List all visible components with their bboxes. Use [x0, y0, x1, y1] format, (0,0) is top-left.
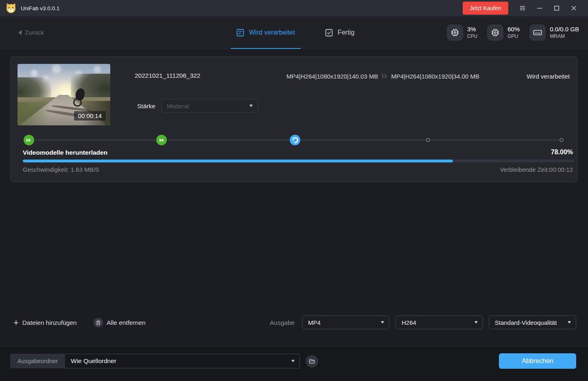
output-quality-value: Standard-Videoqualität [495, 319, 568, 326]
add-files-button[interactable]: + Dateien hinzufügen [13, 315, 77, 330]
step-node-completed [156, 135, 167, 145]
steps-track [23, 135, 574, 145]
format-row: MP4|H264|1080x1920|140.03 MB MP4|H264|10… [286, 72, 570, 80]
target-format: MP4|H264|1080x1920|34.00 MB [391, 73, 479, 80]
spinner-icon [291, 136, 299, 145]
task-card: 00:00:14 20221021_111206_322 MP4|H264|10… [10, 56, 578, 182]
gpu-stat: 60% GPU [487, 24, 520, 41]
progress-percent: 78.00% [551, 149, 573, 156]
fast-forward-icon [26, 138, 31, 142]
output-folder-value: Wie Quellordner [71, 357, 291, 365]
minimize-icon[interactable] [531, 2, 548, 15]
output-folder-dropdown[interactable]: Wie Quellordner [65, 354, 300, 368]
output-format-value: MP4 [308, 319, 381, 326]
tab-processing[interactable]: Wird verarbeitet [234, 16, 297, 49]
tab-finished-label: Fertig [338, 29, 354, 36]
output-codec-dropdown[interactable]: H264 [396, 315, 483, 329]
add-files-label: Dateien hinzufügen [22, 319, 77, 326]
cpu-chip-icon [447, 24, 463, 41]
remove-all-button[interactable]: Alle entfernen [94, 315, 146, 330]
output-codec-value: H264 [402, 319, 474, 326]
cpu-value: 3% [467, 26, 477, 33]
output-folder-combo: Ausgabeordner Wie Quellordner [10, 354, 300, 368]
remove-all-label: Alle entfernen [107, 319, 146, 326]
progress-bar [23, 160, 574, 162]
chevron-down-icon [568, 321, 571, 324]
strength-value: Moderat [167, 103, 249, 109]
chevron-down-icon [249, 105, 253, 107]
close-icon[interactable] [565, 2, 582, 15]
strength-label: Stärke [137, 103, 155, 110]
titlebar-right: Jetzt Kaufen [463, 2, 582, 15]
step-node-pending [560, 138, 564, 142]
back-arrow-icon [18, 30, 22, 35]
source-format: MP4|H264|1080x1920|140.03 MB [286, 73, 378, 80]
chevron-down-icon [291, 360, 295, 362]
chevron-down-icon [381, 321, 384, 324]
tab-processing-label: Wird verarbeitet [249, 29, 295, 36]
progress-fill [23, 160, 453, 162]
back-label: Zurück [25, 29, 44, 36]
check-square-icon [325, 29, 333, 37]
folder-icon [309, 359, 315, 364]
mram-label: MRAM [550, 33, 579, 39]
cpu-stat: 3% CPU [447, 24, 477, 41]
fast-forward-icon [159, 138, 164, 142]
step-node-active [290, 135, 300, 145]
speed-text: Geschwindigkeit: 1.63 MB/S [23, 166, 99, 173]
menu-icon[interactable] [514, 2, 531, 15]
footer-bar: Ausgabeordner Wie Quellordner Abbrechen [0, 346, 588, 381]
buy-now-button[interactable]: Jetzt Kaufen [463, 2, 508, 15]
plus-icon: + [13, 319, 19, 327]
phase-label: Videomodelle herunterladen [23, 149, 107, 156]
gpu-chip-icon [487, 24, 503, 41]
unifab-cat-logo-icon [6, 3, 16, 13]
app-title: UniFab v3.0.0.1 [21, 5, 59, 11]
cpu-label: CPU [467, 33, 477, 39]
gpu-value: 60% [507, 26, 520, 33]
gpu-label: GPU [507, 33, 520, 39]
cyclist-silhouette [72, 88, 88, 107]
nav-bar: Zurück Wird verarbeitet Fertig [0, 16, 588, 49]
video-thumbnail[interactable]: 00:00:14 [17, 64, 110, 125]
output-folder-label: Ausgabeordner [10, 354, 65, 368]
remaining-time-text: Verbleibende Zeit:00:00:12 [500, 166, 573, 173]
task-list-icon [236, 29, 244, 37]
cancel-button[interactable]: Abbrechen [499, 353, 576, 369]
resource-stats: 3% CPU [447, 16, 579, 49]
browse-folder-button[interactable] [306, 355, 318, 368]
output-quality-dropdown[interactable]: Standard-Videoqualität [489, 315, 576, 329]
titlebar: UniFab v3.0.0.1 Jetzt Kaufen [0, 0, 588, 16]
trash-icon [94, 318, 103, 327]
back-button[interactable]: Zurück [18, 16, 44, 49]
tab-bar: Wird verarbeitet Fertig [234, 16, 357, 49]
window-controls [514, 2, 582, 15]
step-node-completed [24, 135, 34, 145]
mram-stat: 0.0/0.0 GB MRAM [529, 24, 579, 41]
file-name: 20221021_111206_322 [135, 72, 201, 79]
maximize-icon[interactable] [548, 2, 565, 15]
chevron-down-icon [474, 321, 478, 324]
app-window: UniFab v3.0.0.1 Jetzt Kaufen [0, 0, 588, 381]
output-format-dropdown[interactable]: MP4 [302, 315, 389, 329]
tab-finished[interactable]: Fertig [323, 16, 357, 49]
output-label: Ausgabe [270, 315, 295, 330]
strength-dropdown[interactable]: Moderat [162, 99, 258, 113]
duration-badge: 00:00:14 [74, 111, 106, 120]
mram-value: 0.0/0.0 GB [550, 26, 579, 33]
convert-arrow-icon [381, 74, 388, 79]
step-node-pending [426, 138, 430, 142]
task-status: Wird verarbeitet [527, 73, 570, 80]
ram-icon [529, 24, 546, 41]
